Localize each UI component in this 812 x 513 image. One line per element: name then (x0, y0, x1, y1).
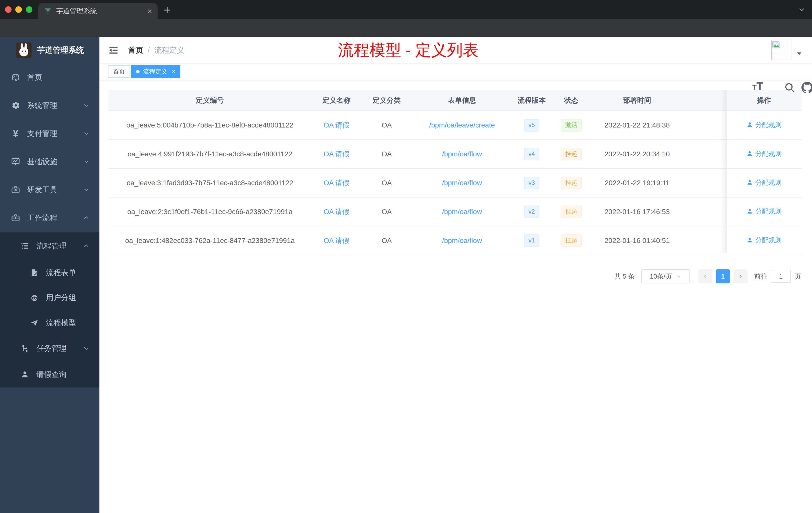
sidebar-item-label: 流程管理 (36, 241, 66, 251)
definition-name-link[interactable]: OA 请假 (324, 121, 349, 129)
sidebar-item-label: 研发工具 (27, 185, 57, 195)
tag-process-definition[interactable]: 流程定义 × (131, 65, 180, 78)
assign-rule-link[interactable]: 分配规则 (747, 207, 782, 216)
page-size-select[interactable]: 10条/页 (641, 269, 690, 283)
sidebar-item-user-group[interactable]: 用户分组 (0, 285, 99, 310)
definition-name-link[interactable]: OA 请假 (324, 150, 349, 158)
definition-name-link[interactable]: OA 请假 (324, 179, 349, 187)
user-icon (747, 208, 753, 215)
tab-close-icon[interactable]: × (147, 7, 152, 15)
font-size-icon[interactable]: TT (752, 82, 766, 91)
user-icon (19, 370, 30, 379)
version-badge[interactable]: v1 (524, 234, 539, 247)
hamburger-icon[interactable] (108, 45, 119, 56)
github-icon[interactable] (802, 82, 812, 93)
form-info-link[interactable]: /bpm/oa/flow (442, 208, 482, 216)
avatar-caret-icon[interactable] (796, 52, 802, 56)
tag-close-icon[interactable]: × (172, 68, 175, 74)
tab-search-chevron-icon[interactable] (798, 6, 806, 13)
sidebar-item-leave-query[interactable]: 请假查询 (0, 361, 99, 388)
assign-rule-link[interactable]: 分配规则 (747, 178, 782, 187)
sidebar-item-label: 请假查询 (36, 369, 66, 380)
chevron-left-icon (702, 273, 708, 279)
new-tab-button[interactable]: + (164, 3, 171, 17)
table-row: oa_leave:5:004b710b-7b8a-11ec-8ef0-acde4… (109, 111, 802, 140)
definition-name-link[interactable]: OA 请假 (324, 208, 349, 216)
user-icon (747, 121, 753, 128)
prev-page-button[interactable] (698, 269, 712, 283)
sidebar-item-label: 首页 (27, 72, 42, 83)
table-row: oa_leave:4:991f2193-7b7f-11ec-a3c8-acde4… (109, 140, 802, 169)
next-page-button[interactable] (733, 269, 748, 283)
sidebar-item-dev-tools[interactable]: 研发工具 (0, 176, 99, 204)
sidebar-item-task-management[interactable]: 任务管理 (0, 335, 99, 361)
assign-rule-link[interactable]: 分配规则 (747, 149, 782, 158)
breadcrumb-current: 流程定义 (154, 45, 184, 56)
definition-name-link[interactable]: OA 请假 (324, 237, 349, 244)
definition-category: OA (361, 237, 412, 245)
logo-rabbit-image (16, 42, 32, 58)
workflow-submenu: 流程管理 流程表单 用户分组 流程模型 (0, 232, 99, 388)
breadcrumb-home[interactable]: 首页 (128, 45, 143, 56)
form-info-link[interactable]: /bpm/oa/flow (442, 237, 482, 244)
breadcrumb: 首页 / 流程定义 (128, 37, 184, 63)
pagination: 共 5 条 10条/页 1 前往 1 页 (614, 269, 801, 283)
current-page-button[interactable]: 1 (716, 269, 730, 283)
chevron-down-icon (83, 158, 90, 165)
column-header: 定义分类 (361, 96, 412, 105)
sidebar-item-label: 支付管理 (27, 128, 57, 139)
sidebar-item-process-management[interactable]: 流程管理 (0, 232, 99, 260)
task-flow-icon (19, 344, 30, 353)
sidebar-item-infrastructure[interactable]: 基础设施 (0, 148, 99, 176)
sidebar-item-system[interactable]: 系统管理 (0, 91, 99, 119)
form-info-link[interactable]: /bpm/oa/flow (442, 150, 482, 158)
column-header: 部署时间 (591, 96, 683, 105)
goto-page-input[interactable]: 1 (771, 270, 791, 283)
assign-rule-link[interactable]: 分配规则 (747, 236, 782, 245)
definition-category: OA (361, 121, 412, 129)
sidebar-item-label: 工作流程 (27, 213, 57, 223)
yen-icon: ¥ (10, 129, 21, 138)
version-badge[interactable]: v5 (524, 119, 539, 131)
version-badge[interactable]: v2 (524, 206, 539, 218)
sidebar-logo[interactable]: 芋道管理系统 (0, 37, 99, 63)
chevron-up-icon (83, 242, 90, 249)
navbar: 首页 / 流程定义 流程模型 - 定义列表 TT (99, 37, 812, 63)
definition-id: oa_leave:1:482ec033-762a-11ec-8477-a2380… (109, 237, 311, 245)
tag-home[interactable]: 首页 (108, 65, 130, 78)
deploy-time: 2022-01-22 21:48:38 (591, 121, 683, 129)
sidebar-item-workflow[interactable]: 工作流程 (0, 204, 99, 232)
robot-face-icon (29, 293, 40, 302)
tag-label: 首页 (113, 67, 125, 76)
active-tag-dot (136, 70, 140, 73)
definition-id: oa_leave:3:1fad3d93-7b75-11ec-a3c8-acde4… (109, 179, 311, 187)
avatar[interactable] (771, 40, 791, 60)
deploy-time: 2022-01-16 01:40:51 (591, 237, 683, 245)
version-badge[interactable]: v4 (524, 148, 539, 160)
browser-toolbar: 不安全 dashboard.yudao.iocoder.cn/bpm/manag… (0, 19, 812, 37)
sidebar-item-process-model[interactable]: 流程模型 (0, 310, 99, 335)
tags-view-bar: 首页 流程定义 × (99, 63, 812, 80)
sidebar-item-label: 系统管理 (27, 100, 57, 111)
window-zoom-button[interactable] (26, 6, 32, 13)
status-badge: 挂起 (561, 206, 582, 218)
table-row: oa_leave:3:1fad3d93-7b75-11ec-a3c8-acde4… (109, 169, 802, 198)
user-icon (747, 150, 753, 157)
sidebar-item-payment[interactable]: ¥ 支付管理 (0, 119, 99, 148)
form-info-link[interactable]: /bpm/oa/flow (442, 179, 482, 187)
deploy-time: 2022-01-22 20:34:10 (591, 150, 683, 158)
assign-rule-link[interactable]: 分配规则 (747, 120, 782, 129)
search-icon[interactable] (784, 82, 795, 93)
browser-tab[interactable]: 芋道管理系统 × (38, 3, 158, 19)
chevron-up-icon (83, 214, 90, 221)
sidebar-item-process-form[interactable]: 流程表单 (0, 260, 99, 285)
version-badge[interactable]: v3 (524, 177, 539, 189)
sidebar-item-label: 流程表单 (46, 268, 76, 278)
sidebar-item-home[interactable]: 首页 (0, 63, 99, 91)
definition-id: oa_leave:4:991f2193-7b7f-11ec-a3c8-acde4… (109, 150, 311, 158)
form-info-link[interactable]: /bpm/oa/leave/create (429, 121, 495, 129)
definition-id: oa_leave:5:004b710b-7b8a-11ec-8ef0-acde4… (109, 121, 311, 129)
window-minimize-button[interactable] (15, 6, 22, 13)
window-close-button[interactable] (5, 6, 11, 13)
column-header: 流程版本 (512, 96, 551, 105)
